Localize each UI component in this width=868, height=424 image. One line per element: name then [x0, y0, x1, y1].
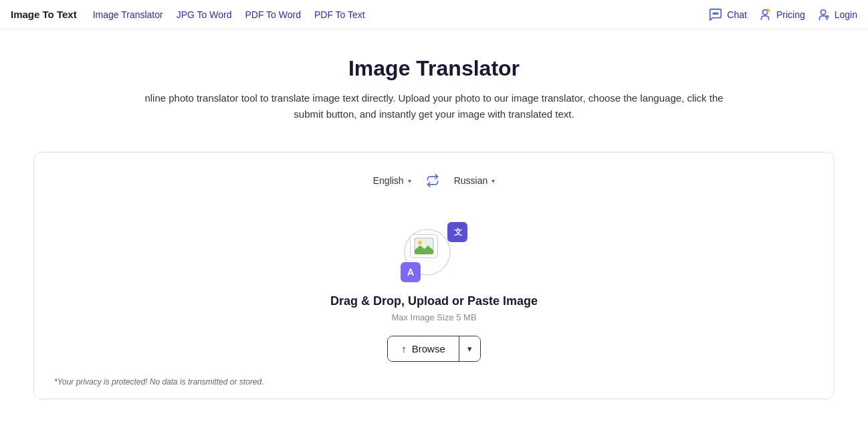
navbar: Image To Text Image Translator JPG To Wo… [0, 0, 868, 29]
login-label: Login [835, 9, 857, 20]
browse-dropdown-chevron-icon: ▾ [467, 344, 472, 354]
login-icon: ● [816, 7, 831, 22]
nav-link-pdf-to-text[interactable]: PDF To Text [314, 9, 365, 20]
privacy-note: *Your privacy is protected! No data is t… [54, 377, 263, 387]
pricing-icon [758, 7, 772, 22]
hero-section: Image Translator nline photo translator … [0, 29, 868, 152]
hero-title: Image Translator [13, 56, 855, 81]
svg-point-0 [714, 13, 715, 14]
source-language-select[interactable]: English ▾ [368, 173, 417, 189]
pricing-button[interactable]: Pricing [758, 7, 805, 22]
browse-main-button[interactable]: ↑ Browse [388, 336, 459, 361]
brand-logo[interactable]: Image To Text [11, 9, 77, 20]
upload-graphic: A 文 [401, 222, 467, 282]
image-preview-icon [413, 237, 435, 255]
svg-point-1 [715, 13, 716, 14]
source-lang-chevron-icon: ▾ [408, 177, 411, 185]
translate-t-icon: 文 [452, 227, 463, 237]
nav-links: Image Translator JPG To Word PDF To Word… [93, 9, 693, 20]
chat-button[interactable]: Chat [708, 7, 747, 22]
source-language-label: English [373, 175, 404, 186]
nav-link-pdf-to-word[interactable]: PDF To Word [245, 9, 301, 20]
upload-area[interactable]: A 文 Drag & Drop, Upload or Paste Image M… [61, 209, 807, 375]
chat-label: Chat [727, 9, 747, 20]
nav-link-jpg-to-word[interactable]: JPG To Word [177, 9, 232, 20]
target-language-select[interactable]: Russian ▾ [449, 173, 501, 189]
target-language-label: Russian [454, 175, 488, 186]
upload-title: Drag & Drop, Upload or Paste Image [330, 294, 538, 308]
badge-t-icon: 文 [447, 222, 467, 242]
hero-subtitle: nline photo translator tool to translate… [133, 90, 735, 122]
upload-subtitle: Max Image Size 5 MB [391, 312, 476, 322]
browse-chevron-button[interactable]: ▾ [459, 336, 480, 361]
svg-text:●: ● [827, 16, 828, 19]
swap-languages-button[interactable] [426, 174, 439, 187]
login-button[interactable]: ● Login [816, 7, 857, 22]
hero-subtitle-text: nline photo translator tool to translate… [144, 92, 723, 120]
translator-card: English ▾ Russian ▾ [33, 152, 835, 399]
upload-arrow-icon: ↑ [401, 343, 407, 354]
graphic-image-icon [410, 234, 438, 258]
browse-label: Browse [412, 343, 445, 354]
nav-link-image-translator[interactable]: Image Translator [93, 9, 163, 20]
nav-right: Chat Pricing ● Login [708, 7, 857, 22]
svg-point-4 [821, 9, 825, 14]
svg-point-2 [717, 13, 718, 14]
svg-point-8 [418, 241, 422, 245]
pricing-label: Pricing [776, 9, 805, 20]
badge-a-icon: A [401, 262, 421, 282]
browse-button-row[interactable]: ↑ Browse ▾ [387, 336, 481, 362]
svg-text:文: 文 [454, 227, 462, 237]
language-row: English ▾ Russian ▾ [61, 173, 807, 189]
swap-icon [426, 174, 439, 187]
chat-icon [708, 7, 723, 22]
target-lang-chevron-icon: ▾ [492, 177, 495, 185]
svg-point-3 [762, 9, 767, 14]
